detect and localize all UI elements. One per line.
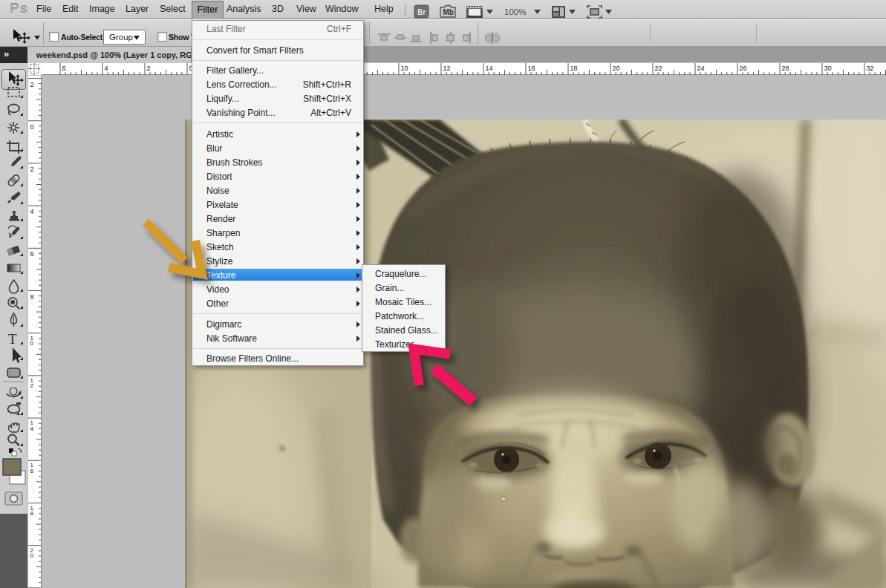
svg-text:8: 8 [30,293,34,301]
svg-text:32: 32 [867,65,874,72]
svg-text:22: 22 [655,65,662,72]
svg-text:2: 2 [30,81,34,88]
svg-text:20: 20 [613,65,620,72]
svg-text:2: 2 [30,166,34,173]
svg-text:4: 4 [105,65,108,72]
svg-text:0: 0 [30,340,34,347]
svg-text:18: 18 [570,65,578,72]
svg-text:28: 28 [782,65,789,72]
svg-text:14: 14 [486,65,493,72]
svg-text:Mb: Mb [443,8,454,16]
svg-text:T: T [8,331,17,347]
svg-text:100%: 100% [504,7,526,16]
svg-text:26: 26 [740,65,747,72]
svg-text:6: 6 [30,468,34,474]
svg-text:2: 2 [30,382,34,389]
svg-text:0: 0 [30,552,34,559]
svg-text:8: 8 [30,510,34,517]
svg-text:4: 4 [30,425,34,432]
svg-text:16: 16 [528,65,535,72]
svg-text:Br: Br [417,8,426,16]
svg-text:6: 6 [62,65,66,72]
svg-text:0: 0 [30,123,34,131]
svg-text:24: 24 [697,65,705,72]
svg-text:2: 2 [147,65,151,72]
svg-text:10: 10 [401,65,408,72]
svg-text:12: 12 [443,65,451,72]
svg-text:6: 6 [30,250,34,258]
svg-text:4: 4 [30,208,34,215]
svg-text:30: 30 [824,65,832,72]
